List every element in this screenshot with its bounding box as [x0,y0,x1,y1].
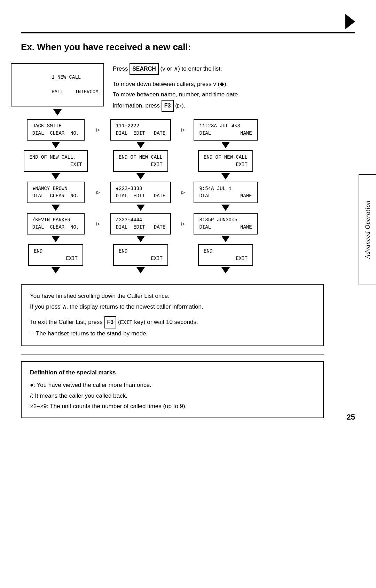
end-call-box-2: END OF NEW CALL EXIT [113,150,168,172]
arrow-right-3a-icon: ▷ [91,182,106,203]
end-box-1: END EXIT [28,244,83,266]
def-item-2: /: It means the caller you called back. [30,391,315,402]
bottom-rule [21,355,324,355]
f3-key-exit: F3 [104,316,117,328]
definition-box: Definition of the special marks ●: You h… [21,361,324,418]
def-item-3: ×2–×9: The unit counts the number of cal… [30,401,315,412]
section-title: Ex. When you have received a new call: [21,42,355,53]
arrow-right-4a-icon: ▷ [91,213,106,235]
arrow-right-1b-icon: ▷ [175,119,191,141]
arrows-down-row-2 [21,172,324,182]
arrow-right-3b-icon: ▷ [175,182,191,203]
flow-row-4: /KEVIN PARKERDIAL CLEAR NO. ▷ /333-4444D… [21,213,324,235]
arrow-down-5b-icon [136,267,145,273]
arrow-down-5c-icon [221,267,230,273]
flow-row-2: END OF NEW CALL. EXIT END OF NEW CALL EX… [21,150,324,172]
flow-row-1: JACK SMITHDIAL CLEAR NO. ▷ 111-2222DIAL … [21,119,324,141]
end-box-2: END EXIT [113,244,168,266]
arrow-down-1c-icon [221,142,230,148]
col3-time-2: 9:54A JUL 1DIAL NAME [191,182,260,203]
flow-row-5: END EXIT END EXIT END EXIT [21,244,324,266]
arrow-down-3b-icon [136,205,145,211]
side-tab: Advanced Operation [359,174,376,285]
intro-line3: To move between name, number, and time d… [113,89,324,100]
arrow-down-2b-icon [136,173,145,180]
diagram-main: 1 NEW CALL BATT INTERCOM Press SEARCH (v… [21,63,324,418]
col3-end: END EXIT [191,244,260,266]
jack-smith-box: JACK SMITHDIAL CLEAR NO. [27,119,85,141]
arrow-down-3c-icon [221,205,230,211]
arrow-down-1a-icon [52,142,60,148]
summary-line1: You have finished scrolling down the Cal… [30,291,315,302]
arrows-down-row-3 [21,203,324,213]
arrow-down-1b-icon [136,142,145,148]
col1-jack-smith: JACK SMITHDIAL CLEAR NO. [21,119,91,141]
time-box-1: 11:23A JUL 4×3DIAL NAME [194,119,257,141]
col1-end-new-call-1: END OF NEW CALL. EXIT [21,150,91,172]
intro-line1: Press SEARCH (v or ∧) to enter the list. [113,63,324,75]
arrow-down-4b-icon [136,236,145,242]
col1-end: END EXIT [21,244,91,266]
side-tab-text: Advanced Operation [364,200,371,259]
page-number: 25 [347,413,355,422]
top-rule [21,32,355,33]
col3-time-3: 8:35P JUN30×5DIAL NAME [191,213,260,235]
nancy-brown-box: ●NANCY BROWNDIAL CLEAR NO. [27,182,85,203]
arrow-down-4c-icon [221,236,230,242]
arrow-down-2a-icon [52,173,60,180]
time-box-3: 8:35P JUN30×5DIAL NAME [194,213,257,235]
summary-line5: —The handset returns to the stand-by mod… [30,328,315,339]
arrow-down-2c-icon [221,173,230,180]
end-box-3: END EXIT [198,244,253,266]
intro-line4: information, press F3 (▷). [113,100,324,112]
intro-line2: To move down between callers, press v (◆… [113,79,324,89]
end-call-box-3: END OF NEW CALL EXIT [198,150,253,172]
col2-end: END EXIT [106,244,175,266]
number-box-3: /333-4444DIAL EDIT DATE [110,213,171,235]
col2-222-3333: ●222-3333DIAL EDIT DATE [106,182,175,203]
arrow-down-3a-icon [52,205,60,211]
top-right-arrow-icon [345,14,355,29]
initial-display-box: 1 NEW CALL BATT INTERCOM [11,63,104,106]
def-item-1: ●: You have viewed the caller more than … [30,380,315,391]
diagram-layout: 1 NEW CALL BATT INTERCOM Press SEARCH (v… [21,63,355,418]
arrows-down-row-1 [21,141,324,150]
number-box-2: ●222-3333DIAL EDIT DATE [110,182,171,203]
summary-line2: If you press ∧, the display returns to t… [30,302,315,312]
arrow-down-5a-icon [52,267,60,273]
col1-nancy-brown: ●NANCY BROWNDIAL CLEAR NO. [21,182,91,203]
col2-333-4444: /333-4444DIAL EDIT DATE [106,213,175,235]
number-box-1: 111-2222DIAL EDIT DATE [110,119,171,141]
arrow-down-4a-icon [52,236,60,242]
arrows-down-row-4 [21,235,324,244]
initial-arrow-down-icon [53,109,62,116]
summary-box: You have finished scrolling down the Cal… [21,284,324,346]
arrows-down-row-5 [21,266,324,276]
page-container: Ex. When you have received a new call: 1… [0,0,376,432]
top-arrow-bar [21,14,355,29]
f3-key-intro: F3 [162,100,174,112]
flow-row-3: ●NANCY BROWNDIAL CLEAR NO. ▷ ●222-3333DI… [21,182,324,203]
col2-111-2222: 111-2222DIAL EDIT DATE [106,119,175,141]
col3-time-1: 11:23A JUL 4×3DIAL NAME [191,119,260,141]
summary-line4: To exit the Caller List, press F3 (EXIT … [30,316,315,328]
definition-title: Definition of the special marks [30,367,315,378]
col1-kevin-parker: /KEVIN PARKERDIAL CLEAR NO. [21,213,91,235]
col2-end-new-call-1: END OF NEW CALL EXIT [106,150,175,172]
col3-end-new-call-1: END OF NEW CALL EXIT [191,150,260,172]
time-box-2: 9:54A JUL 1DIAL NAME [194,182,257,203]
kevin-parker-box: /KEVIN PARKERDIAL CLEAR NO. [27,213,85,235]
arrow-right-1a-icon: ▷ [91,119,106,141]
arrow-right-4b-icon: ▷ [175,213,191,235]
end-call-box-1: END OF NEW CALL. EXIT [24,150,87,172]
search-key: SEARCH [130,63,159,75]
